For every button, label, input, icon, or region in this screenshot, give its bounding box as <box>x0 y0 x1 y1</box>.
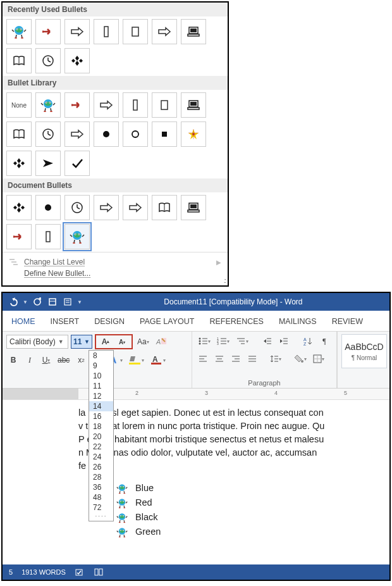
bullets-button[interactable]: ▾ <box>196 334 212 348</box>
sort-button[interactable]: AZ <box>301 334 315 348</box>
font-size-option[interactable]: 22 <box>89 442 113 452</box>
bullet-option-rect-wide[interactable] <box>123 19 148 44</box>
font-name-combo[interactable]: Calibri (Body) ▼ <box>6 335 68 349</box>
bullet-option-circle[interactable] <box>123 122 148 147</box>
font-size-option[interactable]: 20 <box>89 432 113 442</box>
bullet-option-arrow-outline[interactable] <box>64 122 90 147</box>
tab-insert[interactable]: INSERT <box>49 315 81 331</box>
bullet-option-arrow-outline[interactable] <box>152 19 177 44</box>
line-spacing-button[interactable]: ▾ <box>268 352 283 366</box>
undo-split-icon[interactable]: ▼ <box>23 299 28 305</box>
change-case-button[interactable]: Aa▾ <box>135 335 151 349</box>
status-word-count[interactable]: 1913 WORDS <box>21 568 66 576</box>
bullet-option-globe[interactable] <box>35 92 61 118</box>
bullet-option-diamonds4[interactable] <box>6 195 32 220</box>
font-size-option[interactable]: 36 <box>89 482 113 492</box>
bullet-option-arrow-red[interactable] <box>35 19 61 44</box>
justify-button[interactable] <box>245 352 259 366</box>
align-center-button[interactable] <box>212 352 226 366</box>
define-new-bullet-row[interactable]: Define New Bullet... <box>6 268 224 279</box>
font-size-option[interactable]: 18 <box>89 421 113 432</box>
font-size-option[interactable]: 26 <box>89 462 113 472</box>
borders-button[interactable]: ▾ <box>311 352 326 366</box>
font-size-option[interactable]: 72 <box>89 502 113 513</box>
bullet-option-rect-tall[interactable] <box>35 224 61 249</box>
bullet-option-disc[interactable] <box>35 195 61 220</box>
font-size-option[interactable]: 24 <box>89 452 113 462</box>
highlight-button[interactable]: ▾ <box>127 353 146 367</box>
bullet-option-book[interactable] <box>6 48 32 73</box>
tab-review[interactable]: REVIEW <box>331 315 364 331</box>
bullet-option-arrow-outline[interactable] <box>64 19 90 44</box>
bullet-option-check[interactable] <box>64 151 90 176</box>
undo-button[interactable] <box>8 296 19 308</box>
bullet-option-diamonds4[interactable] <box>64 48 90 73</box>
bullet-option-arrow-outline[interactable] <box>94 92 119 118</box>
bullet-option-laptop[interactable] <box>181 195 206 220</box>
font-color-button[interactable]: A▾ <box>149 353 168 367</box>
font-size-option[interactable]: 28 <box>89 472 113 482</box>
grow-font-button[interactable]: A▴ <box>99 335 113 349</box>
bullet-option-clock[interactable] <box>64 195 90 220</box>
bullet-option-clock[interactable] <box>35 48 61 73</box>
align-right-button[interactable] <box>229 352 243 366</box>
bullet-option-none[interactable]: None <box>6 92 32 118</box>
bullet-option-arrow-red[interactable] <box>6 224 32 249</box>
multilevel-list-button[interactable]: ▾ <box>234 334 250 348</box>
define-new-bullet-link[interactable]: Define New Bullet... <box>24 269 90 278</box>
align-left-button[interactable] <box>196 352 210 366</box>
tab-design[interactable]: DESIGN <box>93 315 126 331</box>
bullet-option-globe[interactable] <box>6 19 32 44</box>
font-size-combo[interactable]: 11 ▼ <box>71 335 92 349</box>
italic-button[interactable]: I <box>23 353 37 367</box>
bullet-option-laptop[interactable] <box>181 92 206 118</box>
bullet-option-book[interactable] <box>6 122 32 147</box>
shading-button[interactable]: ▾ <box>292 352 309 366</box>
bullet-option-star-color[interactable] <box>181 122 206 147</box>
shrink-font-button[interactable]: A▾ <box>115 335 129 349</box>
bullet-option-diamonds4[interactable] <box>6 151 32 176</box>
bullet-option-book[interactable] <box>152 195 177 220</box>
horizontal-ruler[interactable]: 2 3 4 5 <box>3 389 389 400</box>
status-icon[interactable] <box>94 567 104 577</box>
bullet-option-rect-tall[interactable] <box>123 92 148 118</box>
font-size-option[interactable]: 12 <box>89 391 113 401</box>
bullet-option-arrow-outline[interactable] <box>94 195 119 220</box>
font-size-option[interactable]: 48 <box>89 492 113 502</box>
redo-button[interactable] <box>32 296 43 308</box>
document-area[interactable]: la ulla nisl eget sapien. Donec ut est i… <box>3 400 389 564</box>
tab-page-layout[interactable]: PAGE LAYOUT <box>138 315 195 331</box>
bold-button[interactable]: B <box>6 353 20 367</box>
font-size-option[interactable]: 16 <box>89 411 113 421</box>
qat-icon-1[interactable] <box>47 296 58 308</box>
resize-grip-icon[interactable]: .:: <box>224 277 225 284</box>
decrease-indent-button[interactable] <box>260 334 274 348</box>
font-size-option[interactable]: 9 <box>89 361 113 371</box>
strikethrough-button[interactable]: abc <box>56 353 71 367</box>
increase-indent-button[interactable] <box>277 334 291 348</box>
tab-mailings[interactable]: MAILINGS <box>278 315 318 331</box>
font-size-option[interactable]: 11 <box>89 381 113 391</box>
subscript-button[interactable]: x2 <box>74 353 88 367</box>
font-size-option[interactable]: 8 <box>89 351 113 361</box>
font-size-dropdown[interactable]: 891011121416182022242628364872···· <box>89 350 114 521</box>
numbering-button[interactable]: 123▾ <box>215 334 231 348</box>
spellcheck-icon[interactable] <box>75 567 85 577</box>
font-size-option[interactable]: 10 <box>89 371 113 381</box>
qat-icon-2[interactable] <box>62 296 73 308</box>
bullet-option-rect-tall[interactable] <box>94 19 119 44</box>
bullet-option-disc[interactable] <box>94 122 119 147</box>
tab-home[interactable]: HOME <box>10 315 37 331</box>
font-size-option[interactable]: 14 <box>89 401 113 411</box>
bullet-option-arrowhead[interactable] <box>35 151 61 176</box>
bullet-option-square-small[interactable] <box>152 122 177 147</box>
style-normal[interactable]: AaBbCcD ¶ Normal <box>341 334 387 368</box>
underline-button[interactable]: U▾ <box>39 353 53 367</box>
bullet-option-arrow-red[interactable] <box>64 92 90 118</box>
bullet-option-rect-wide[interactable] <box>152 92 177 118</box>
qat-customize-icon[interactable]: ▼ <box>77 299 82 305</box>
clear-formatting-button[interactable]: A <box>154 335 169 349</box>
bullet-option-globe[interactable] <box>64 224 90 249</box>
bullet-option-arrow-outline[interactable] <box>123 195 148 220</box>
show-marks-button[interactable]: ¶ <box>317 334 331 348</box>
